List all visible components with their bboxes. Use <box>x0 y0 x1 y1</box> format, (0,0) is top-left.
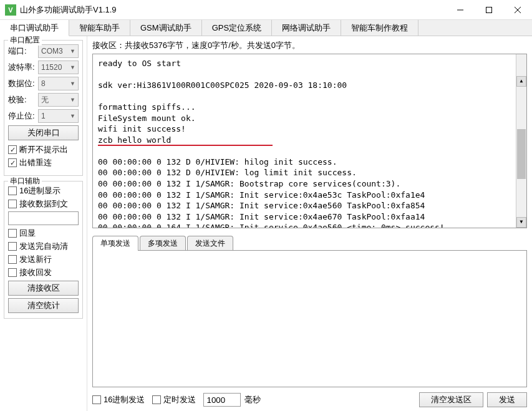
databits-label: 数据位: <box>8 78 38 89</box>
serial-assist-title: 串口辅助 <box>8 176 42 186</box>
echo-label: 回显 <box>19 228 36 239</box>
scroll-up-icon[interactable]: ▲ <box>516 76 526 87</box>
err-reconnect-label: 出错重连 <box>19 157 52 168</box>
hex-display-checkbox[interactable] <box>8 186 17 195</box>
main-tabs: 串口调试助手 智能车助手 GSM调试助手 GPS定位系统 网络调试助手 智能车制… <box>0 20 532 36</box>
clear-rx-button[interactable]: 清接收区 <box>8 281 79 296</box>
tab-gps[interactable]: GPS定位系统 <box>202 20 272 36</box>
interval-input[interactable] <box>203 393 241 407</box>
serial-config-group: 串口配置 端口: COM3▼ 波特率: 11520▼ 数据位: 8▼ 校验: 无… <box>4 40 83 176</box>
svg-rect-1 <box>486 7 492 12</box>
tab-smartcar[interactable]: 智能车助手 <box>69 20 130 36</box>
timed-send-label: 定时发送 <box>163 394 196 405</box>
hex-send-label: 16进制发送 <box>104 394 145 405</box>
assist-text-input[interactable] <box>8 211 79 225</box>
content-area: 接收区：共接收5376字节，速度0字节/秒。共发送0字节。 ready to O… <box>87 36 532 411</box>
port-select[interactable]: COM3▼ <box>38 44 79 58</box>
send-newline-checkbox[interactable] <box>8 255 17 264</box>
minimize-button[interactable] <box>446 0 475 20</box>
send-button[interactable]: 发送 <box>487 392 527 407</box>
hex-send-checkbox[interactable] <box>92 395 101 404</box>
chevron-down-icon: ▼ <box>70 48 75 54</box>
parity-label: 校验: <box>8 94 38 105</box>
sidebar: 串口配置 端口: COM3▼ 波特率: 11520▼ 数据位: 8▼ 校验: 无… <box>0 36 87 411</box>
recv-echo-label: 接收回发 <box>19 267 52 278</box>
app-icon: V <box>5 4 16 16</box>
send-tab-single[interactable]: 单项发送 <box>92 236 138 251</box>
err-reconnect-checkbox[interactable] <box>8 158 17 167</box>
send-tab-file[interactable]: 发送文件 <box>187 236 233 251</box>
send-tab-multi[interactable]: 多项发送 <box>140 236 186 251</box>
send-tabs: 单项发送 多项发送 发送文件 <box>92 236 527 251</box>
send-newline-label: 发送新行 <box>19 254 52 265</box>
no-prompt-label: 断开不提示出 <box>19 144 68 155</box>
auto-clear-label: 发送完自动清 <box>19 241 68 252</box>
recv-echo-checkbox[interactable] <box>8 268 17 277</box>
tab-network[interactable]: 网络调试助手 <box>272 20 341 36</box>
maximize-button[interactable] <box>475 0 503 20</box>
bottom-controls: 16进制发送 定时发送 毫秒 清空发送区 发送 <box>92 392 527 407</box>
timed-send-checkbox[interactable] <box>152 395 161 404</box>
port-label: 端口: <box>8 46 38 57</box>
window-title: 山外多功能调试助手V1.1.9 <box>20 4 446 16</box>
recv-to-file-checkbox[interactable] <box>8 200 17 208</box>
close-port-button[interactable]: 关闭串口 <box>8 125 79 140</box>
clear-stats-button[interactable]: 清空统计 <box>8 298 79 313</box>
tab-serial[interactable]: 串口调试助手 <box>0 20 69 36</box>
baud-select[interactable]: 11520▼ <box>38 60 79 74</box>
chevron-down-icon: ▼ <box>70 80 75 87</box>
serial-assist-group: 串口辅助 16进制显示 接收数据到文 回显 发送完自动清 发送新行 接收回发 清… <box>4 181 83 319</box>
titlebar: V 山外多功能调试助手V1.1.9 <box>0 0 532 20</box>
scroll-thumb[interactable] <box>517 129 526 179</box>
no-prompt-checkbox[interactable] <box>8 145 17 154</box>
serial-config-title: 串口配置 <box>8 35 42 46</box>
rx-info-label: 接收区：共接收5376字节，速度0字节/秒。共发送0字节。 <box>92 40 527 51</box>
parity-select[interactable]: 无▼ <box>38 93 79 107</box>
tx-textarea[interactable] <box>92 250 527 387</box>
close-button[interactable] <box>503 0 532 20</box>
chevron-down-icon: ▼ <box>70 64 75 70</box>
hex-display-label: 16进制显示 <box>19 185 60 196</box>
recv-to-file-label: 接收数据到文 <box>19 198 68 210</box>
annotation-underline <box>98 145 273 146</box>
main-area: 串口配置 端口: COM3▼ 波特率: 11520▼ 数据位: 8▼ 校验: 无… <box>0 36 532 411</box>
scroll-down-icon[interactable]: ▼ <box>516 217 526 228</box>
auto-clear-checkbox[interactable] <box>8 242 17 251</box>
chevron-down-icon: ▼ <box>70 97 75 103</box>
tab-gsm[interactable]: GSM调试助手 <box>130 20 202 36</box>
databits-select[interactable]: 8▼ <box>38 77 79 90</box>
tab-tutorial[interactable]: 智能车制作教程 <box>341 20 418 36</box>
stopbits-select[interactable]: 1▼ <box>38 109 79 123</box>
stopbits-label: 停止位: <box>8 110 38 122</box>
rx-scrollbar[interactable]: ▲ ▼ <box>516 54 526 228</box>
baud-label: 波特率: <box>8 62 38 73</box>
rx-textarea[interactable]: ready to OS start sdk ver:Hi3861V100R001… <box>92 54 527 228</box>
echo-checkbox[interactable] <box>8 229 17 238</box>
chevron-down-icon: ▼ <box>70 113 75 119</box>
ms-label: 毫秒 <box>244 394 261 405</box>
clear-send-button[interactable]: 清空发送区 <box>419 392 483 407</box>
